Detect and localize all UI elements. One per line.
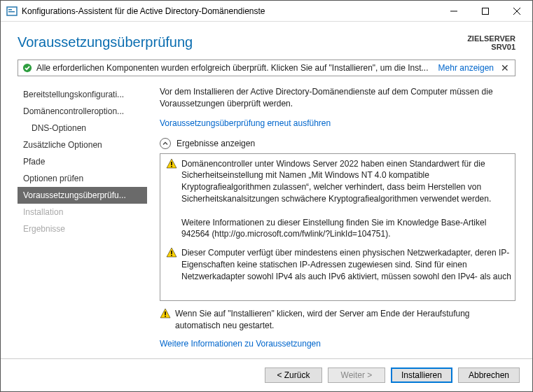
warning-icon xyxy=(166,158,177,241)
nav-results: Ergebnisse xyxy=(18,220,147,237)
nav-prereq-check[interactable]: Voraussetzungsüberprüfu... xyxy=(18,187,147,204)
wizard-button-bar: < Zurück Weiter > Installieren Abbrechen xyxy=(1,358,532,391)
result-item: Dieser Computer verfügt über mindestens … xyxy=(166,247,512,282)
app-icon xyxy=(6,6,18,17)
maximize-button[interactable] xyxy=(469,1,501,21)
svg-rect-12 xyxy=(165,312,166,315)
target-label: ZIELSERVER xyxy=(467,34,515,43)
svg-rect-11 xyxy=(171,255,172,256)
footer-warning-text: Wenn Sie auf "Installieren" klicken, wir… xyxy=(175,308,515,332)
more-info-prereq-link[interactable]: Weitere Informationen zu Voraussetzungen xyxy=(160,339,515,349)
result-item: Domänencontroller unter Windows Server 2… xyxy=(166,158,512,241)
nav-dns-options[interactable]: DNS-Optionen xyxy=(18,120,147,136)
page-header: Voraussetzungsüberprüfung ZIELSERVER SRV… xyxy=(1,22,532,59)
footer-warning: Wenn Sie auf "Installieren" klicken, wir… xyxy=(160,308,515,332)
result-text: Dieser Computer verfügt über mindestens … xyxy=(181,247,512,282)
back-button[interactable]: < Zurück xyxy=(265,368,322,383)
status-banner: Alle erforderlichen Komponenten wurden e… xyxy=(18,59,515,76)
target-server-block: ZIELSERVER SRV01 xyxy=(467,34,515,51)
title-bar: Konfigurations-Assistent für die Active … xyxy=(1,1,532,22)
window-controls xyxy=(438,1,532,21)
banner-close-icon[interactable]: ✕ xyxy=(499,63,511,73)
result-text: Domänencontroller unter Windows Server 2… xyxy=(181,158,512,241)
intro-text: Vor dem Installieren der Active Director… xyxy=(160,86,515,110)
nav-deployment-config[interactable]: Bereitstellungskonfigurati... xyxy=(18,86,147,103)
svg-rect-8 xyxy=(171,162,172,165)
results-list[interactable]: Domänencontroller unter Windows Server 2… xyxy=(160,153,515,302)
svg-rect-1 xyxy=(8,9,12,10)
close-button[interactable] xyxy=(501,1,532,21)
expander-label: Ergebnisse anzeigen xyxy=(176,139,255,148)
warning-icon xyxy=(166,247,177,282)
svg-rect-9 xyxy=(171,166,172,167)
nav-additional-options[interactable]: Zusätzliche Optionen xyxy=(18,136,147,153)
svg-rect-13 xyxy=(165,316,166,317)
minimize-button[interactable] xyxy=(438,1,469,21)
svg-rect-10 xyxy=(171,251,172,254)
cancel-button[interactable]: Abbrechen xyxy=(458,368,520,383)
nav-paths[interactable]: Pfade xyxy=(18,153,147,170)
target-server-name: SRV01 xyxy=(467,43,515,51)
next-button: Weiter > xyxy=(328,368,385,383)
success-check-icon xyxy=(22,63,32,73)
svg-rect-4 xyxy=(482,8,488,14)
nav-installation: Installation xyxy=(18,204,147,220)
results-expander: Ergebnisse anzeigen xyxy=(160,138,515,149)
nav-dc-options[interactable]: Domänencontrolleroption... xyxy=(18,103,147,120)
install-button[interactable]: Installieren xyxy=(391,368,452,383)
chevron-up-icon xyxy=(162,141,168,146)
window-title: Konfigurations-Assistent für die Active … xyxy=(22,6,438,16)
rerun-prereq-link[interactable]: Voraussetzungsüberprüfung erneut ausführ… xyxy=(160,118,515,128)
page-title: Voraussetzungsüberprüfung xyxy=(18,34,467,50)
wizard-nav: Bereitstellungskonfigurati... Domänencon… xyxy=(18,82,147,358)
warning-icon xyxy=(160,308,171,332)
nav-review-options[interactable]: Optionen prüfen xyxy=(18,170,147,187)
banner-show-more-link[interactable]: Mehr anzeigen xyxy=(438,63,494,73)
banner-message: Alle erforderlichen Komponenten wurden e… xyxy=(36,63,433,73)
expander-toggle[interactable] xyxy=(160,138,171,149)
main-content: Vor dem Installieren der Active Director… xyxy=(147,82,515,358)
svg-rect-2 xyxy=(8,11,15,13)
